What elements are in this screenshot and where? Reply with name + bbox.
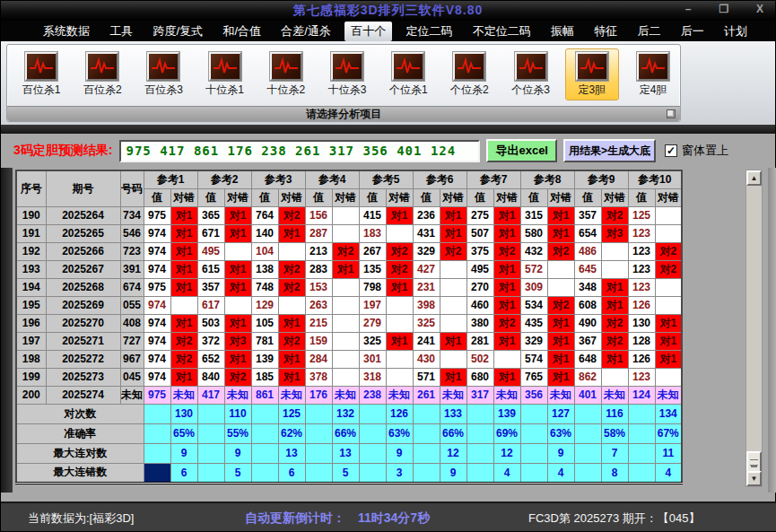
col-value: 值 [197,188,224,206]
cell-result [332,368,359,386]
table-row[interactable]: 1982025272967974对2652对1139对1284301430502… [16,350,682,368]
scroll-down-icon[interactable]: ▼ [746,471,762,486]
tool-unit-kill-1[interactable]: 个位杀1 [381,48,435,100]
tool-ten-kill-3[interactable]: 十位杀3 [320,48,374,100]
restore-button[interactable]: ❐ [718,3,730,15]
topmost-checkbox[interactable]: ✓ [665,144,677,157]
cell-result: 对2 [332,242,359,260]
summary-value: 66% [332,423,359,443]
summary-spacer [144,423,170,443]
menu-item-last-two[interactable]: 后二 [631,22,667,41]
cell-result: 对1 [547,224,574,242]
menu-item-system-data[interactable]: 系统数据 [37,22,96,41]
cell-seq: 195 [16,296,46,314]
summary-spacer [359,443,386,463]
cell-value: 974 [144,314,170,332]
dialog-launcher-icon[interactable] [667,109,676,118]
tool-unit-kill-2[interactable]: 个位杀2 [442,48,496,100]
summary-value: 66% [440,423,466,443]
cell-result: 对1 [493,368,520,386]
table-row[interactable]: 2002025274未知975未知417未知861未知176未知238未知261… [16,386,682,404]
scroll-up-icon[interactable]: ▲ [746,170,762,186]
tool-hundred-kill-1[interactable]: 百位杀1 [14,48,68,100]
cell-value: 975 [144,206,170,224]
cell-value: 139 [251,350,278,368]
summary-spacer [574,463,601,483]
cell-period: 2025273 [46,368,120,386]
tool-unit-kill-3[interactable]: 个位杀3 [504,48,558,100]
minimize-button[interactable]: – [682,3,694,15]
countdown-label: 自动更新倒计时： [245,510,345,525]
cell-value: 309 [520,278,547,296]
cell-value: 490 [574,314,601,332]
scroll-thumb[interactable] [746,451,762,473]
menu-item-span-duplex[interactable]: 跨度/复式 [147,22,210,41]
menu-item-position-2code[interactable]: 定位二码 [399,22,458,41]
cell-result [440,278,466,296]
prediction-result-input[interactable] [119,140,480,162]
tool-hundred-kill-3[interactable]: 百位杀3 [136,48,190,100]
summary-spacer [413,404,440,423]
menu-item-hundred-ten-unit[interactable]: 百十个 [344,22,392,41]
table-row[interactable]: 1902025264734975对1365对1764对2156415对1236对… [16,206,682,224]
cell-result: 对1 [493,278,520,296]
summary-spacer [144,404,170,423]
cell-value: 862 [574,368,601,386]
col-value: 值 [251,188,278,206]
cell-result: 未知 [332,386,359,404]
table-row[interactable]: 1932025267391974对1615对1138对2283对1135对242… [16,260,682,278]
tool-label: 十位杀2 [267,83,306,98]
table-row[interactable]: 1992025273045974对1840对2185对1378318571对16… [16,368,682,386]
cell-value: 571 [413,368,440,386]
summary-spacer [144,443,170,463]
tool-hundred-kill-2[interactable]: 百位杀2 [75,48,129,100]
menu-item-plan[interactable]: 计划 [718,22,754,41]
tool-ten-kill-1[interactable]: 十位杀1 [198,48,252,100]
summary-spacer[interactable] [144,463,170,483]
summary-value: 132 [332,404,359,423]
vertical-scrollbar[interactable]: ▲ ▼ [745,170,763,487]
cell-value: 398 [413,296,440,314]
summary-spacer [628,463,655,483]
menu-item-diff-kill[interactable]: 合差/通杀 [275,22,337,41]
cell-number: 967 [120,350,144,368]
cell-result [655,368,682,386]
close-button[interactable]: X [754,3,766,15]
table-row[interactable]: 1962025270408974对1503对1105对1215279325380… [16,314,682,332]
cell-value: 126 [628,350,655,368]
menu-item-tools[interactable]: 工具 [103,22,139,41]
tool-fix-4-dan[interactable]: 定4胆 [626,48,680,100]
cell-value: 380 [466,314,493,332]
summary-spacer [197,463,224,483]
cell-result [278,296,305,314]
cell-value: 781 [251,332,278,350]
ribbon: 百位杀1 百位杀2 百位杀3 十位杀1 十位杀2 十位杀3 个位杀1 个位杀2 … [1,41,775,125]
table-row[interactable]: 1912025265546974对1671对1140对1287183431对15… [16,224,682,242]
tool-fix-3-dan[interactable]: 定3胆 [565,48,619,100]
cell-result: 对1 [224,206,251,224]
cell-value: 652 [197,350,224,368]
menu-item-amplitude[interactable]: 振幅 [545,22,580,41]
cell-result: 对1 [170,278,197,296]
table-row[interactable]: 1922025266723974对1495104213对2267对2329对23… [16,242,682,260]
menu-item-sum-value[interactable]: 和/合值 [216,22,267,41]
summary-spacer [251,423,278,443]
summary-value: 58% [601,423,628,443]
menu-item-last-one[interactable]: 后一 [675,22,711,41]
cell-result: 对1 [601,350,628,368]
cell-result [655,224,682,242]
cell-value: 125 [628,206,655,224]
col-result: 对错 [547,188,574,206]
generate-result-button[interactable]: 用结果>生成大底 [563,139,656,162]
panel-caption-text: 请选择分析项目 [306,108,381,120]
right-frame-strip [768,168,776,493]
export-excel-button[interactable]: 导出excel [486,139,557,162]
table-row[interactable]: 1952025269055974617129263197398460对1534对… [16,296,682,314]
cell-result [332,296,359,314]
app-window: 第七感福彩3D排列三软件V8.80 – ❐ X 系统数据 工具 跨度/复式 和/… [0,0,776,532]
table-row[interactable]: 1972025271727974对2372对3781对2159325对1241对… [16,332,682,350]
table-row[interactable]: 1942025268674975对1357对1748对2153798对12312… [16,278,682,296]
menu-item-nonposition-2code[interactable]: 不定位二码 [466,22,537,41]
menu-item-feature[interactable]: 特征 [588,22,623,41]
tool-ten-kill-2[interactable]: 十位杀2 [259,48,313,100]
